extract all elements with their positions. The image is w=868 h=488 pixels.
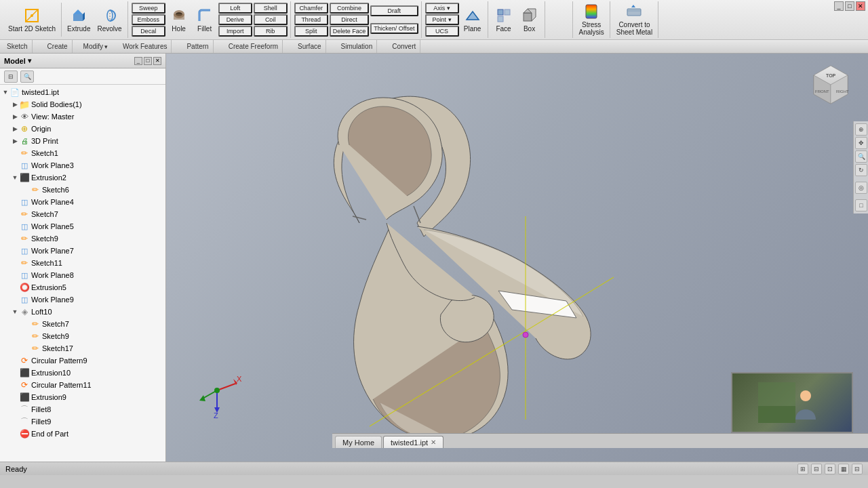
- tab-twisted1[interactable]: twisted1.ipt ✕: [383, 436, 443, 448]
- expander-3dprint[interactable]: ▶: [11, 137, 19, 145]
- surface-section-label[interactable]: Surface: [294, 40, 326, 53]
- thread-button[interactable]: Thread: [294, 14, 328, 25]
- tab-close-twisted1[interactable]: ✕: [431, 439, 436, 446]
- face-button[interactable]: Face: [492, 2, 516, 37]
- coil-button[interactable]: Coil: [254, 14, 288, 25]
- statusbar-btn3[interactable]: ⊡: [825, 464, 835, 474]
- hole-button[interactable]: Hole: [167, 2, 191, 37]
- tab-my-home[interactable]: My Home: [335, 436, 382, 448]
- tree-item-sketch9[interactable]: ▶ ✏ Sketch9: [0, 232, 165, 245]
- panel-dropdown-icon[interactable]: ▾: [28, 57, 31, 64]
- expander-origin[interactable]: ▶: [11, 125, 19, 133]
- convert-to-sheet-metal-button[interactable]: Convert toSheet Metal: [614, 2, 655, 37]
- modify-section-label[interactable]: Modify ▾: [83, 43, 108, 50]
- import-button[interactable]: Import: [218, 26, 252, 37]
- derive-button[interactable]: Derive: [218, 14, 252, 25]
- tree-item-sketch1[interactable]: ▶ ✏ Sketch1: [0, 147, 165, 159]
- statusbar-btn4[interactable]: ▦: [838, 464, 849, 474]
- plane-button[interactable]: Plane: [460, 2, 485, 37]
- tree-item-fillet9[interactable]: ▶ ⌒ Fillet9: [0, 415, 165, 428]
- tree-item-extrusion9[interactable]: ▶ ⬛ Extrusion9: [0, 391, 165, 403]
- tree-item-workplane8[interactable]: ▶ ◫ Work Plane8: [0, 269, 165, 281]
- zoom-button[interactable]: 🔍: [855, 150, 867, 163]
- freeform-section-label[interactable]: Create Freeform: [224, 40, 283, 53]
- tree-item-twisted1[interactable]: ▼ 📄 twisted1.ipt: [0, 86, 165, 98]
- tree-item-sketch9b[interactable]: ▶ ✏ Sketch9: [0, 330, 165, 342]
- statusbar-btn2[interactable]: ⊟: [811, 464, 822, 474]
- combine-button[interactable]: Combine: [330, 3, 370, 14]
- sketch-section-label[interactable]: Sketch: [3, 40, 33, 53]
- viewport[interactable]: Z X: [166, 54, 868, 462]
- point-button[interactable]: Point ▾: [425, 14, 459, 25]
- tree-item-sketch11[interactable]: ▶ ✏ Sketch11: [0, 257, 165, 269]
- expander-solid-bodies[interactable]: ▶: [11, 100, 19, 108]
- panel-close-btn[interactable]: ✕: [153, 57, 161, 65]
- panel-filter-button[interactable]: ⊟: [4, 70, 18, 83]
- tree-item-workplane5[interactable]: ▶ ◫ Work Plane5: [0, 220, 165, 232]
- panel-restore-btn[interactable]: □: [144, 57, 152, 65]
- look-at-button[interactable]: ◎: [855, 182, 867, 194]
- start-2d-sketch-button[interactable]: Start 2D Sketch: [5, 2, 58, 37]
- tree-item-sketch7[interactable]: ▶ ✏ Sketch7: [0, 208, 165, 220]
- decal-button[interactable]: Decal: [132, 26, 165, 37]
- tree-item-extrusion2[interactable]: ▼ ⬛ Extrusion2: [0, 171, 165, 184]
- tree-item-extrusion10[interactable]: ▶ ⬛ Extrusion10: [0, 367, 165, 379]
- modify-dropdown-icon[interactable]: ▾: [104, 43, 108, 50]
- create-section-label[interactable]: Create: [43, 40, 73, 53]
- tree-item-sketch7b[interactable]: ▶ ✏ Sketch7: [0, 318, 165, 330]
- panel-minimize-btn[interactable]: _: [134, 57, 142, 65]
- axis-button[interactable]: Axis ▾: [425, 3, 459, 14]
- view-cube[interactable]: TOP FRONT RIGHT: [807, 60, 848, 101]
- rib-button[interactable]: Rib: [254, 26, 288, 37]
- loft-button[interactable]: Loft: [218, 3, 252, 14]
- tree-item-view-master[interactable]: ▶ 👁 View: Master: [0, 110, 165, 123]
- tree-item-3dprint[interactable]: ▶ 🖨 3D Print: [0, 135, 165, 147]
- tree-item-circular-pattern9[interactable]: ▶ ⟳ Circular Pattern9: [0, 354, 165, 367]
- zoom-all-button[interactable]: ⊕: [855, 123, 867, 136]
- tree-item-sketch17[interactable]: ▶ ✏ Sketch17: [0, 342, 165, 354]
- tree-item-solid-bodies[interactable]: ▶ 📁 Solid Bodies(1): [0, 98, 165, 110]
- ucs-button[interactable]: UCS: [425, 26, 459, 37]
- orbit-button[interactable]: ↻: [855, 164, 867, 176]
- emboss-button[interactable]: Emboss: [132, 14, 165, 25]
- panel-search-button[interactable]: 🔍: [20, 70, 34, 83]
- tree-item-sketch6[interactable]: ▶ ✏ Sketch6: [0, 184, 165, 196]
- extrude-button[interactable]: Extrude: [64, 2, 93, 37]
- expander-view-master[interactable]: ▶: [11, 113, 19, 121]
- tree-item-workplane4[interactable]: ▶ ◫ Work Plane4: [0, 196, 165, 208]
- pan-button[interactable]: ✥: [855, 137, 867, 149]
- restore-button[interactable]: □: [845, 1, 854, 11]
- statusbar-btn5[interactable]: ⊟: [852, 464, 863, 474]
- tree-item-end-of-part[interactable]: ▶ ⛔ End of Part: [0, 428, 165, 440]
- expander-loft10[interactable]: ▼: [11, 308, 19, 316]
- delete-face-button[interactable]: Delete Face: [330, 26, 370, 37]
- expander-twisted1[interactable]: ▼: [1, 88, 9, 96]
- convert-section-label[interactable]: Convert: [388, 40, 420, 53]
- close-button[interactable]: ✕: [856, 1, 865, 11]
- split-button[interactable]: Split: [294, 26, 328, 37]
- tree-item-workplane9[interactable]: ▶ ◫ Work Plane9: [0, 293, 165, 306]
- thicken-offset-button[interactable]: Thicken/ Offset: [370, 23, 418, 34]
- box-button[interactable]: Box: [517, 2, 542, 37]
- revolve-button[interactable]: Revolve: [95, 2, 125, 37]
- tree-item-loft10[interactable]: ▼ ◈ Loft10: [0, 306, 165, 318]
- fillet-button[interactable]: Fillet: [193, 2, 217, 37]
- fit-button[interactable]: □: [855, 199, 867, 211]
- direct-button[interactable]: Direct: [330, 14, 370, 25]
- tree-item-circular-pattern11[interactable]: ▶ ⟳ Circular Pattern11: [0, 379, 165, 391]
- simulation-section-label[interactable]: Simulation: [337, 40, 378, 53]
- tree-item-workplane3[interactable]: ▶ ◫ Work Plane3: [0, 159, 165, 171]
- stress-analysis-button[interactable]: StressAnalysis: [576, 2, 607, 37]
- tree-item-origin[interactable]: ▶ ⊕ Origin: [0, 123, 165, 135]
- chamfer-button[interactable]: Chamfer: [294, 3, 328, 14]
- shell-button[interactable]: Shell: [254, 3, 288, 14]
- tree-item-extrusion5[interactable]: ▶ ⭕ Extrusion5: [0, 281, 165, 293]
- sweep-button[interactable]: Sweep: [132, 3, 165, 14]
- expander-extrusion2[interactable]: ▼: [11, 174, 19, 182]
- tree-item-workplane7[interactable]: ▶ ◫ Work Plane7: [0, 245, 165, 257]
- tree-item-fillet8[interactable]: ▶ ⌒ Fillet8: [0, 403, 165, 415]
- draft-button[interactable]: Draft: [370, 5, 418, 16]
- pattern-section-label[interactable]: Pattern: [182, 40, 213, 53]
- minimize-button[interactable]: _: [834, 1, 844, 11]
- statusbar-btn1[interactable]: ⊞: [797, 464, 808, 474]
